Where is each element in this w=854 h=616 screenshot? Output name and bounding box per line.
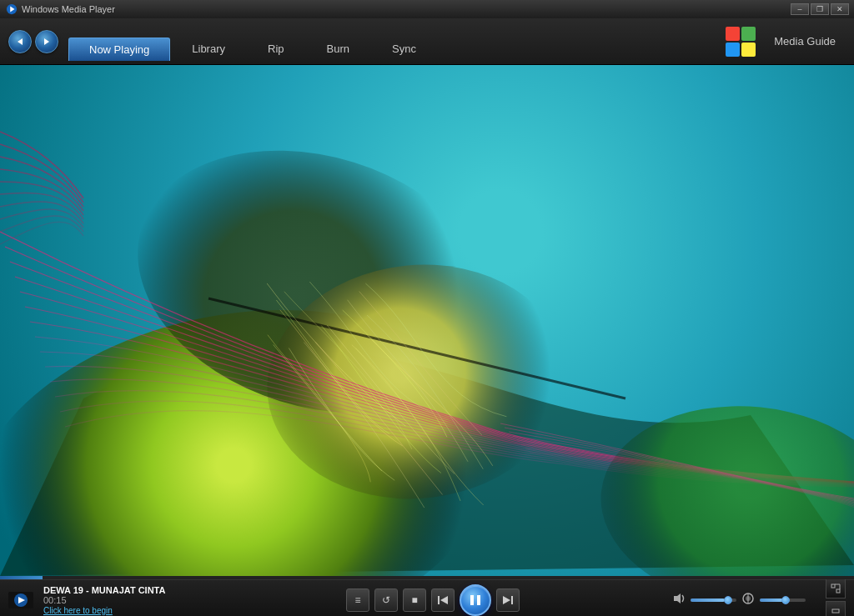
stop-button[interactable]: ■	[403, 588, 426, 612]
click-here-link[interactable]: Click here to begin	[43, 606, 193, 615]
repeat-button[interactable]: ↺	[374, 588, 398, 612]
window-title: Windows Media Player	[22, 4, 791, 14]
balance-icon[interactable]	[741, 592, 755, 608]
close-button[interactable]: ✕	[831, 3, 849, 15]
windows-logo[interactable]	[724, 25, 757, 58]
volume-slider[interactable]	[691, 598, 736, 602]
svg-rect-15	[511, 596, 513, 604]
svg-rect-6	[726, 43, 740, 57]
track-time: 00:15	[43, 595, 193, 605]
nav-tabs: Now Playing Library Rip Burn Sync	[68, 18, 717, 64]
restore-button[interactable]: ❐	[811, 3, 829, 15]
nav-bar: Now Playing Library Rip Burn Sync Media …	[0, 18, 854, 65]
tab-media-guide[interactable]: Media Guide	[764, 30, 846, 53]
fullscreen-button[interactable]	[826, 578, 846, 598]
svg-marker-2	[18, 38, 23, 45]
svg-rect-21	[831, 584, 835, 588]
svg-rect-14	[477, 595, 480, 605]
minimize-button[interactable]: –	[791, 3, 809, 15]
window-controls: – ❐ ✕	[791, 3, 849, 15]
wmp-logo-small	[8, 592, 33, 608]
playback-controls: ≡ ↺ ■	[200, 584, 666, 616]
svg-rect-13	[470, 595, 474, 605]
app-icon	[5, 3, 18, 16]
forward-button[interactable]	[35, 30, 58, 53]
visualization-area[interactable]	[0, 65, 854, 576]
svg-marker-12	[440, 596, 448, 604]
progress-bar-area[interactable]	[0, 576, 854, 579]
svg-marker-3	[44, 38, 49, 45]
shuffle-button[interactable]: ≡	[346, 588, 369, 612]
track-name: DEWA 19 - MUNAJAT CINTA	[43, 585, 193, 595]
track-info: DEWA 19 - MUNAJAT CINTA 00:15 Click here…	[43, 585, 193, 615]
tab-sync[interactable]: Sync	[371, 37, 437, 61]
tab-now-playing[interactable]: Now Playing	[68, 38, 170, 61]
svg-rect-11	[438, 596, 440, 604]
title-bar: Windows Media Player – ❐ ✕	[0, 0, 854, 18]
next-button[interactable]	[496, 588, 520, 612]
controls-bar: DEWA 19 - MUNAJAT CINTA 00:15 Click here…	[0, 579, 854, 616]
nav-arrows	[8, 30, 58, 53]
tab-burn[interactable]: Burn	[306, 37, 370, 61]
svg-rect-4	[726, 27, 740, 41]
tab-library[interactable]: Library	[171, 37, 246, 61]
visualization-canvas	[0, 65, 854, 576]
balance-fill	[760, 598, 783, 602]
svg-marker-17	[674, 593, 681, 603]
svg-rect-7	[741, 43, 756, 57]
balance-slider[interactable]	[760, 598, 806, 602]
tab-rip[interactable]: Rip	[247, 37, 305, 61]
volume-icon[interactable]	[672, 592, 686, 608]
play-pause-button[interactable]	[460, 584, 491, 616]
svg-rect-22	[836, 589, 840, 593]
svg-rect-5	[741, 27, 756, 41]
svg-rect-25	[832, 609, 839, 613]
volume-thumb	[724, 596, 732, 604]
svg-marker-16	[503, 596, 510, 604]
balance-thumb	[781, 596, 790, 604]
volume-fill	[691, 598, 725, 602]
progress-fill	[0, 576, 43, 579]
minimize-view-button[interactable]	[826, 601, 846, 616]
volume-controls	[672, 592, 806, 608]
prev-button[interactable]	[431, 588, 455, 612]
back-button[interactable]	[8, 30, 32, 53]
